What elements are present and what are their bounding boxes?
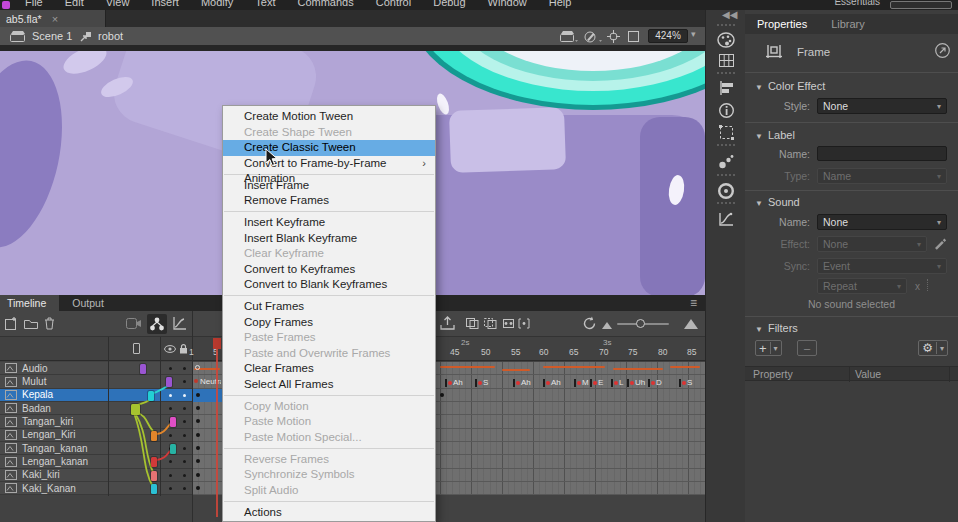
menu-item[interactable]: Copy Frames — [223, 315, 435, 331]
menu-item[interactable]: Paste and Overwrite Frames — [223, 346, 435, 362]
parent-bar-mulut[interactable] — [166, 377, 172, 387]
zoom-dropdown-icon[interactable]: ▾ — [691, 29, 696, 39]
parent-bar-kaki_kiri[interactable] — [151, 471, 157, 481]
playhead-marker[interactable] — [213, 338, 221, 349]
center-frame-icon[interactable] — [607, 30, 620, 43]
edit-sound-envelope-icon[interactable] — [933, 237, 946, 250]
zoom-in-timeline-icon[interactable] — [684, 319, 698, 329]
help-share-icon[interactable] — [935, 43, 950, 58]
filter-options-button[interactable]: ⚙▾ — [918, 340, 948, 356]
document-tab[interactable]: ab5.fla* × — [0, 10, 106, 27]
menu-item[interactable]: Convert to Frame-by-Frame Animation› — [223, 156, 435, 172]
menu-item[interactable]: Insert Keyframe — [223, 215, 435, 231]
graph-editor-icon[interactable] — [172, 316, 187, 331]
cc-libraries-panel-icon[interactable] — [714, 181, 738, 201]
label-name-input[interactable] — [817, 146, 947, 161]
delete-layer-icon[interactable] — [44, 317, 55, 330]
menu-item[interactable]: Paste Motion Special... — [223, 430, 435, 446]
edit-scene-icon[interactable] — [560, 30, 578, 43]
section-label[interactable]: ▼Label — [755, 129, 795, 141]
menu-item[interactable]: Insert Frame — [223, 178, 435, 194]
menu-file[interactable]: File — [14, 0, 54, 10]
info-panel-icon[interactable] — [714, 100, 738, 120]
menu-item[interactable]: Reverse Frames — [223, 452, 435, 468]
breadcrumb-symbol[interactable]: robot — [98, 30, 123, 42]
menu-item[interactable]: Create Classic Tween — [223, 140, 435, 156]
menu-item[interactable]: Convert to Blank Keyframes — [223, 277, 435, 293]
menu-item[interactable]: Select All Frames — [223, 377, 435, 393]
menu-edit[interactable]: Edit — [54, 0, 95, 10]
menu-item[interactable]: Actions — [223, 505, 435, 521]
menu-control[interactable]: Control — [365, 0, 422, 10]
timeline-zoom-knob[interactable] — [636, 319, 645, 328]
menu-view[interactable]: View — [95, 0, 141, 10]
menu-item[interactable]: Clear Keyframe — [223, 246, 435, 262]
transform-panel-icon[interactable] — [714, 122, 738, 142]
menu-window[interactable]: Window — [477, 0, 538, 10]
motion-editor-panel-icon[interactable] — [714, 209, 738, 229]
lock-column-icon[interactable] — [179, 344, 188, 354]
menu-text[interactable]: Text — [244, 0, 286, 10]
search-input[interactable] — [890, 1, 952, 9]
zoom-level-field[interactable]: 424% — [648, 29, 688, 43]
parent-bar-kaki_kanan[interactable] — [151, 484, 157, 494]
onion-skin-icon[interactable] — [466, 318, 479, 329]
new-folder-icon[interactable] — [24, 318, 38, 329]
add-filter-button[interactable]: +▾ — [755, 340, 782, 356]
color-panel-icon[interactable] — [714, 30, 738, 50]
menu-item[interactable]: Paste Motion — [223, 414, 435, 430]
edit-symbols-icon[interactable] — [584, 30, 602, 43]
parent-bar-kepala[interactable] — [148, 391, 154, 401]
menu-item[interactable]: Paste Frames — [223, 330, 435, 346]
parent-bar-lengan_kanan[interactable] — [151, 457, 157, 467]
section-sound[interactable]: ▼Sound — [755, 196, 800, 208]
parent-bar-lengan_kiri[interactable] — [151, 431, 157, 441]
menu-insert[interactable]: Insert — [140, 0, 190, 10]
sound-name-dropdown[interactable]: None▾ — [817, 214, 947, 230]
menu-commands[interactable]: Commands — [286, 0, 364, 10]
tab-output[interactable]: Output — [59, 295, 117, 311]
edit-multiple-frames-icon[interactable] — [502, 318, 515, 329]
zoom-out-timeline-icon[interactable] — [602, 322, 612, 329]
swatches-panel-icon[interactable] — [714, 50, 738, 70]
eye-column-icon[interactable] — [164, 345, 176, 353]
menu-item[interactable]: Create Shape Tween — [223, 125, 435, 141]
brush-library-panel-icon[interactable] — [714, 151, 738, 171]
collapse-panels-icon[interactable]: ◀◀ — [722, 9, 737, 20]
layer-parenting-toggle[interactable] — [147, 314, 167, 334]
parent-bar-tangan_kiri[interactable] — [170, 417, 176, 427]
menu-item[interactable]: Remove Frames — [223, 193, 435, 209]
loop-playback-icon[interactable] — [582, 316, 597, 331]
playhead[interactable] — [216, 341, 218, 517]
parent-bar-audio[interactable] — [140, 364, 146, 374]
section-color-effect[interactable]: ▼Color Effect — [755, 80, 825, 92]
parent-bar-badan[interactable] — [131, 404, 140, 415]
new-layer-icon[interactable] — [5, 317, 18, 330]
menu-item[interactable]: Synchronize Symbols — [223, 467, 435, 483]
clip-content-icon[interactable] — [628, 31, 639, 42]
menu-item[interactable]: Cut Frames — [223, 299, 435, 315]
onion-outline-icon[interactable] — [484, 318, 497, 329]
section-filters[interactable]: ▼Filters — [755, 322, 798, 334]
menu-modify[interactable]: Modify — [190, 0, 244, 10]
workspace-switcher[interactable]: Essentials — [834, 0, 880, 9]
menu-item[interactable]: Split Audio — [223, 483, 435, 499]
marker-range-icon[interactable] — [518, 318, 530, 329]
menu-item[interactable]: Insert Blank Keyframe — [223, 231, 435, 247]
timeline-panel-menu-icon[interactable]: ≡ — [690, 296, 697, 310]
camera-icon[interactable] — [126, 318, 141, 329]
style-dropdown[interactable]: None▾ — [817, 98, 947, 114]
menu-debug[interactable]: Debug — [422, 0, 476, 10]
breadcrumb-scene[interactable]: Scene 1 — [32, 30, 72, 42]
menu-help[interactable]: Help — [538, 0, 583, 10]
menu-item[interactable]: Convert to Keyframes — [223, 262, 435, 278]
parent-bar-tangan_kanan[interactable] — [170, 444, 176, 454]
tab-properties[interactable]: Properties — [745, 18, 819, 30]
menu-item[interactable]: Create Motion Tween — [223, 109, 435, 125]
tab-close-icon[interactable]: × — [52, 13, 58, 25]
align-panel-icon[interactable] — [714, 78, 738, 98]
tab-timeline[interactable]: Timeline — [0, 295, 59, 311]
menu-item[interactable]: Clear Frames — [223, 361, 435, 377]
tab-library[interactable]: Library — [819, 18, 877, 30]
menu-item[interactable]: Copy Motion — [223, 399, 435, 415]
